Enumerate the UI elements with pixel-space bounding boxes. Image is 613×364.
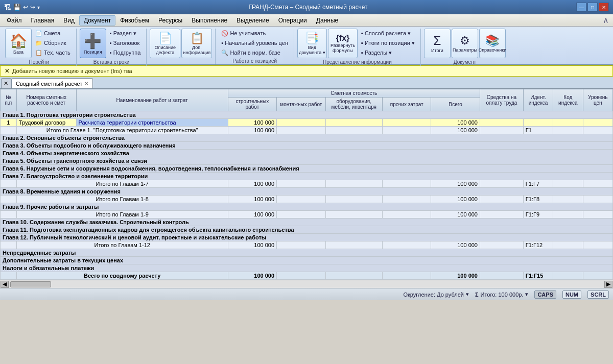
close-tooltip[interactable]: ✕ [5, 68, 9, 75]
poziciya-button[interactable]: ➕ Позиция [80, 29, 106, 58]
cell-mont [277, 272, 325, 280]
nach-button[interactable]: ▪ Начальный уровень цен [219, 38, 291, 47]
smeta-button[interactable]: 📄 Смета [33, 29, 73, 38]
sposob-button[interactable]: ▪ Способ расчета ▾ [359, 29, 417, 38]
ribbon-group-content: 📄 Описание дефекта 📋 Доп. информация [150, 29, 212, 62]
spravochniki-button[interactable]: 📚 Справочники [479, 29, 506, 58]
table-row: Глава 5. Объекты транспортного хозяйства… [1, 157, 613, 165]
col-name: Наименование работ и затрат [76, 89, 228, 111]
najti-button[interactable]: 🔍 Найти в норм. базе [219, 48, 291, 57]
table-container: №п.п Номера сметныхрасчетов и смет Наиме… [0, 89, 613, 280]
table-row: Глава 10. Содержание службы заказчика. С… [1, 219, 613, 226]
itogi-poz-icon: ▪ [361, 40, 363, 46]
tab-svodny[interactable]: Сводный сметный расчет ✕ [11, 78, 93, 88]
menu-vydelenie[interactable]: Выделение [232, 15, 274, 26]
sbornik-button[interactable]: 📁 Сборник [33, 38, 73, 47]
cell-proch [382, 196, 431, 203]
quick-undo[interactable]: ↩ [23, 4, 28, 11]
chapter-text: Глава 2. Основные объекты строительства [1, 134, 613, 142]
horizontal-scrollbar[interactable]: ◀ ▶ [0, 280, 613, 288]
table-row[interactable]: 1 Трудовой договор Расчистка территории … [1, 119, 613, 127]
razvern-button[interactable]: {fx} Развернуть формулы [328, 29, 358, 58]
table-row: Глава 6. Наружные сети и сооружения водо… [1, 165, 613, 173]
sposob-icon: ▪ [361, 30, 363, 36]
chapter-text: Глава 6. Наружные сети и сооружения водо… [1, 165, 613, 173]
tab-close-btn[interactable]: ✕ [1, 78, 11, 88]
chapter-text: Глава 3. Объекты подсобного и обслуживаю… [1, 142, 613, 150]
quick-redo[interactable]: ↪ [30, 4, 35, 11]
cell-proch [382, 127, 431, 134]
vid-doc-button[interactable]: 📑 Вид документа ▾ [297, 29, 327, 58]
cell-num: 1 [1, 119, 17, 127]
chapter-text: Глава 8. Временные здания и сооружения [1, 188, 613, 196]
maximize-button[interactable]: □ [587, 3, 598, 12]
nach-icon: ▪ [221, 40, 223, 46]
razdel-button[interactable]: ▪ Раздел ▾ [107, 29, 144, 38]
rounding-dropdown[interactable]: ▾ [466, 291, 469, 298]
table-row: Глава 7. Благоустройство и озеленение те… [1, 173, 613, 180]
cell-trud [480, 211, 523, 219]
sum-icon: Σ [475, 292, 479, 298]
menu-fizobem[interactable]: Физобъем [115, 15, 154, 26]
ribbon-group-content: 🏠 База 📄 Смета 📁 Сборник 📋 Тех. часть [5, 29, 73, 58]
close-icon[interactable]: ✕ [4, 80, 8, 87]
menu-resursy[interactable]: Ресурсы [154, 15, 187, 26]
cell-trud [480, 241, 523, 249]
scroll-left-btn[interactable]: ◀ [1, 281, 9, 288]
dop-button[interactable]: 📋 Доп. информация [181, 29, 212, 58]
table-row: Глава 1. Подготовка территории строитель… [1, 111, 613, 119]
cell-total-label: Итого по Главам 1-8 [16, 196, 228, 203]
zagolovok-button[interactable]: ▪ Заголовок [107, 38, 144, 47]
pred-label: Представление информации [323, 59, 392, 65]
total-dropdown[interactable]: ▾ [525, 291, 528, 298]
rounding-label: Округление: До рублей [403, 292, 463, 298]
title-bar-left: 🏗 💾 ↩ ↪ ▾ [4, 3, 40, 11]
menu-document[interactable]: Документ [79, 15, 115, 26]
scroll-thumb[interactable] [10, 281, 51, 287]
menu-vypolnenie[interactable]: Выполнение [187, 15, 232, 26]
itogi-poz-button[interactable]: ▪ Итоги по позиции ▾ [359, 38, 417, 47]
podgruppa-button[interactable]: ▪ Подгруппа [107, 48, 144, 57]
cell-uroven [583, 196, 612, 203]
menu-home[interactable]: Главная [27, 15, 59, 26]
poziciya-icon: ➕ [84, 33, 102, 50]
table-row: Итого по Главам 1-7 100 000 100 000 Г1:Г… [1, 180, 613, 188]
minimize-button[interactable]: — [576, 3, 586, 12]
menu-view[interactable]: Вид [59, 15, 79, 26]
ne-uchit-button[interactable]: 🚫 Не учитывать [219, 29, 291, 38]
quick-save[interactable]: 💾 [13, 4, 21, 11]
menu-operacii[interactable]: Операции [274, 15, 312, 26]
scrl-status: SCRL [587, 290, 609, 299]
cell-trud [480, 180, 523, 188]
total-status: Σ Итого: 100 000р. ▾ [475, 291, 528, 298]
data-table: №п.п Номера сметныхрасчетов и смет Наиме… [0, 89, 613, 280]
num-status: NUM [562, 290, 581, 299]
caps-badge: CAPS [534, 290, 556, 299]
tex-button[interactable]: 📋 Тех. часть [33, 48, 73, 57]
cell-name2: Трудовой договор [16, 119, 76, 127]
menu-file[interactable]: Файл [2, 15, 27, 26]
cell-mont [277, 196, 325, 203]
app-icon: 🏗 [4, 3, 11, 11]
tab-close-icon[interactable]: ✕ [84, 81, 88, 86]
scroll-right-btn[interactable]: ▶ [604, 281, 612, 288]
razdely-button[interactable]: ▪ Разделы ▾ [359, 48, 417, 57]
table-row: Глава 9. Прочие работы и затраты [1, 203, 613, 211]
menu-dannye[interactable]: Данные [312, 15, 343, 26]
itogi-button[interactable]: Σ Итоги [424, 29, 451, 58]
pred-col: ▪ Способ расчета ▾ ▪ Итоги по позиции ▾ … [359, 29, 417, 57]
razvern-icon: {fx} [336, 34, 350, 43]
cell-vsego: 100 000 [431, 180, 480, 188]
ribbon-group-content: ➕ Позиция ▪ Раздел ▾ ▪ Заголовок ▪ Подгр… [80, 29, 144, 58]
ribbon-collapse[interactable]: ∧ [603, 15, 611, 25]
col-trud: Средства наоплату труда [480, 89, 523, 111]
close-button[interactable]: ✕ [599, 3, 609, 12]
chapter-text: Непредвиденные затраты [1, 249, 613, 257]
parametry-button[interactable]: ⚙ Параметры [452, 29, 478, 58]
col-str: строительныхработ [228, 98, 276, 111]
base-button[interactable]: 🏠 База [5, 29, 32, 58]
col-proch: прочих затрат [382, 98, 431, 111]
ribbon-group-doc: Σ Итоги ⚙ Параметры 📚 Справочники Докуме… [421, 29, 509, 66]
vstavka-col: ▪ Раздел ▾ ▪ Заголовок ▪ Подгруппа [107, 29, 144, 57]
opisanie-button[interactable]: 📄 Описание дефекта [150, 29, 180, 58]
